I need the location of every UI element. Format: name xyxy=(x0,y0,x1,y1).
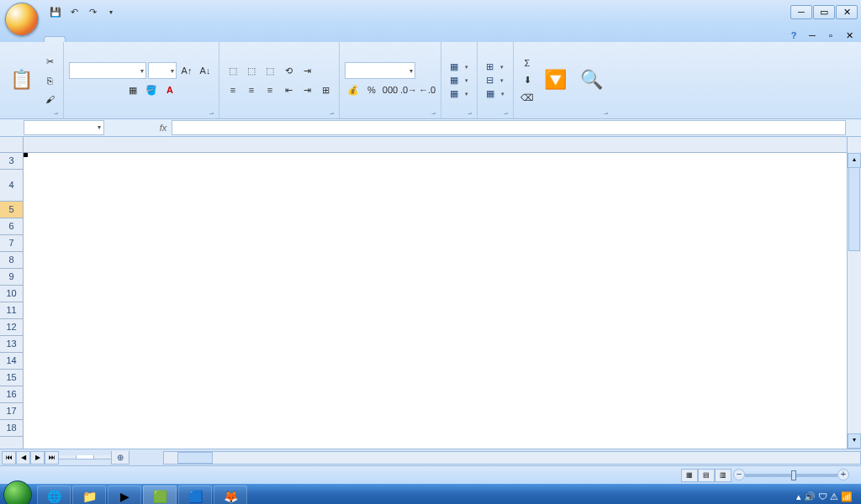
italic-button[interactable] xyxy=(87,81,104,98)
font-name-combo[interactable] xyxy=(69,62,146,79)
tab-nav-last[interactable]: ⏭ xyxy=(45,451,59,465)
row-header-8[interactable]: 8 xyxy=(0,252,23,269)
align-left-icon[interactable]: ≡ xyxy=(224,81,241,98)
taskbar-explorer-icon[interactable]: 📁 xyxy=(72,486,106,504)
qat-redo-icon[interactable]: ↷ xyxy=(84,3,101,20)
taskbar-ie-icon[interactable]: 🌐 xyxy=(37,486,71,504)
office-button[interactable] xyxy=(5,3,39,36)
row-header-5[interactable]: 5 xyxy=(0,202,23,218)
tab-nav-first[interactable]: ⏮ xyxy=(2,451,16,465)
border-icon[interactable]: ▦ xyxy=(124,81,141,98)
view-pagebreak-icon[interactable]: ▥ xyxy=(715,469,732,482)
copy-icon[interactable]: ⎘ xyxy=(41,72,58,89)
select-all-corner[interactable] xyxy=(0,137,23,153)
bold-button[interactable] xyxy=(69,81,86,98)
horizontal-scrollbar[interactable] xyxy=(163,451,861,465)
scroll-thumb[interactable] xyxy=(848,167,860,251)
tray-icons[interactable]: ▴ 🔊 🛡 ⚠ 📶 xyxy=(796,491,853,502)
wrap-text-icon[interactable]: ⇥ xyxy=(298,62,315,79)
paste-button[interactable]: 📋 xyxy=(5,52,38,109)
font-color-icon[interactable]: A xyxy=(161,81,178,98)
doc-minimize-button[interactable]: ─ xyxy=(806,29,819,42)
find-select-button[interactable]: 🔍 xyxy=(575,52,608,109)
autosum-icon[interactable]: Σ xyxy=(519,55,536,71)
row-header-4[interactable]: 4 xyxy=(0,170,23,202)
currency-icon[interactable]: 💰 xyxy=(345,81,362,98)
clear-icon[interactable]: ⌫ xyxy=(519,90,536,107)
formula-input[interactable] xyxy=(172,120,846,135)
row-header-13[interactable]: 13 xyxy=(0,336,23,353)
zoom-thumb[interactable] xyxy=(791,470,796,480)
tab-home[interactable] xyxy=(44,36,66,42)
font-size-combo[interactable] xyxy=(148,62,177,79)
conditional-format-button[interactable]: ▦▾ xyxy=(446,60,472,73)
format-as-table-button[interactable]: ▦▾ xyxy=(446,74,472,87)
tab-nav-prev[interactable]: ◀ xyxy=(16,451,30,465)
decrease-font-icon[interactable]: A↓ xyxy=(197,62,214,79)
row-header-14[interactable]: 14 xyxy=(0,353,23,370)
fill-color-icon[interactable]: 🪣 xyxy=(143,81,160,98)
new-sheet-button[interactable]: ⊕ xyxy=(111,451,129,465)
row-header-16[interactable]: 16 xyxy=(0,386,23,403)
zoom-slider[interactable] xyxy=(745,474,837,477)
qat-undo-icon[interactable]: ↶ xyxy=(66,3,82,20)
format-cells-button[interactable]: ▦▾ xyxy=(483,87,508,100)
taskbar-media-icon[interactable]: ▶ xyxy=(108,486,141,504)
insert-cells-button[interactable]: ⊞▾ xyxy=(483,60,508,73)
doc-restore-button[interactable]: ▫ xyxy=(824,29,837,42)
doc-close-button[interactable]: ✕ xyxy=(843,29,856,42)
format-painter-icon[interactable]: 🖌 xyxy=(41,91,58,108)
tab-nav-next[interactable]: ▶ xyxy=(30,451,45,465)
qat-save-icon[interactable]: 💾 xyxy=(47,3,64,20)
sheet-tab-1[interactable] xyxy=(58,455,77,459)
merge-icon[interactable]: ⊞ xyxy=(317,81,334,98)
sheet-tab-3[interactable] xyxy=(93,455,112,459)
qat-customize-icon[interactable]: ▾ xyxy=(103,3,119,20)
align-middle-icon[interactable]: ⬚ xyxy=(243,62,260,79)
row-header-15[interactable]: 15 xyxy=(0,370,23,386)
sheet-tab-2[interactable] xyxy=(76,455,94,459)
increase-decimal-icon[interactable]: .0→ xyxy=(400,81,417,98)
vertical-scrollbar[interactable] xyxy=(847,137,861,449)
delete-cells-button[interactable]: ⊟▾ xyxy=(483,74,508,87)
row-header-7[interactable]: 7 xyxy=(0,235,23,252)
close-button[interactable]: ✕ xyxy=(836,5,858,19)
taskbar-firefox-icon[interactable]: 🦊 xyxy=(214,486,247,504)
sort-filter-button[interactable]: 🔽 xyxy=(539,52,572,109)
align-right-icon[interactable]: ≡ xyxy=(261,81,278,98)
percent-icon[interactable]: % xyxy=(363,81,380,98)
view-layout-icon[interactable]: ▤ xyxy=(698,469,715,482)
orientation-icon[interactable]: ⟲ xyxy=(280,62,297,79)
cell-styles-button[interactable]: ▦▾ xyxy=(446,87,472,100)
decrease-decimal-icon[interactable]: ←.0 xyxy=(419,81,436,98)
row-header-18[interactable]: 18 xyxy=(0,420,23,437)
align-center-icon[interactable]: ≡ xyxy=(243,81,260,98)
number-format-combo[interactable] xyxy=(345,62,415,79)
sort-icon: 🔽 xyxy=(544,69,567,91)
minimize-button[interactable]: ─ xyxy=(790,5,812,19)
increase-font-icon[interactable]: A↑ xyxy=(178,62,195,79)
comma-icon[interactable]: 000 xyxy=(382,81,399,98)
taskbar-word-icon[interactable]: 🟦 xyxy=(178,486,212,504)
fill-icon[interactable]: ⬇ xyxy=(519,72,536,89)
taskbar-excel-icon[interactable]: 🟩 xyxy=(143,486,177,504)
maximize-button[interactable]: ▭ xyxy=(813,5,835,19)
decrease-indent-icon[interactable]: ⇤ xyxy=(280,81,297,98)
row-header-11[interactable]: 11 xyxy=(0,302,23,319)
row-header-9[interactable]: 9 xyxy=(0,269,23,286)
row-header-17[interactable]: 17 xyxy=(0,403,23,420)
underline-button[interactable] xyxy=(106,81,123,98)
start-button[interactable] xyxy=(0,484,35,504)
help-icon[interactable]: ? xyxy=(787,29,800,42)
row-header-3[interactable]: 3 xyxy=(0,153,23,170)
row-header-6[interactable]: 6 xyxy=(0,218,23,235)
row-header-12[interactable]: 12 xyxy=(0,319,23,336)
fx-icon[interactable]: fx xyxy=(155,123,172,133)
increase-indent-icon[interactable]: ⇥ xyxy=(298,81,315,98)
align-bottom-icon[interactable]: ⬚ xyxy=(261,62,278,79)
view-normal-icon[interactable]: ▦ xyxy=(681,469,698,482)
cut-icon[interactable]: ✂ xyxy=(41,54,58,71)
row-header-10[interactable]: 10 xyxy=(0,286,23,302)
align-top-icon[interactable]: ⬚ xyxy=(224,62,241,79)
name-box[interactable] xyxy=(24,120,104,135)
